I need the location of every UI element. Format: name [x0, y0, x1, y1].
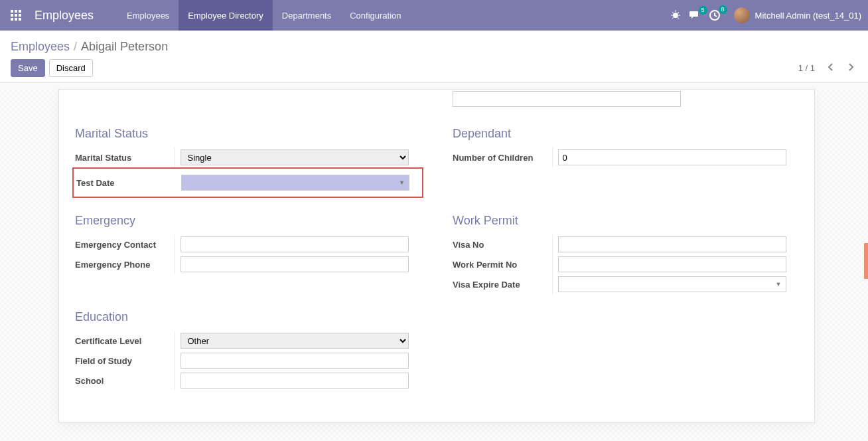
- breadcrumb-sep: /: [74, 40, 77, 54]
- svg-rect-1: [15, 10, 17, 13]
- breadcrumb-root[interactable]: Employees: [11, 40, 70, 54]
- svg-line-15: [672, 17, 674, 19]
- nav-employees[interactable]: Employees: [117, 0, 179, 31]
- debug-icon[interactable]: [670, 10, 681, 21]
- svg-line-16: [678, 17, 679, 19]
- svg-rect-5: [19, 14, 21, 17]
- svg-line-11: [672, 12, 674, 13]
- discard-button[interactable]: Discard: [49, 59, 93, 77]
- svg-rect-3: [11, 14, 13, 17]
- pager-prev-icon[interactable]: [824, 61, 836, 75]
- nav-employee-directory[interactable]: Employee Directory: [179, 0, 272, 31]
- discuss-icon[interactable]: 5: [689, 10, 701, 21]
- pager-count[interactable]: 1 / 1: [798, 63, 815, 73]
- svg-line-12: [678, 12, 679, 13]
- activities-badge: 8: [719, 5, 727, 14]
- discuss-badge: 5: [699, 6, 707, 15]
- svg-rect-7: [15, 18, 17, 21]
- control-panel: Employees / Abigail Peterson Save Discar…: [0, 31, 868, 83]
- user-menu[interactable]: Mitchell Admin (test_14_01): [734, 7, 861, 23]
- svg-rect-4: [15, 14, 17, 17]
- main-navbar: Employees Employees Employee Directory D…: [0, 0, 868, 31]
- brand-title[interactable]: Employees: [35, 9, 94, 23]
- save-button[interactable]: Save: [11, 59, 45, 77]
- svg-point-9: [673, 13, 678, 18]
- svg-rect-6: [11, 18, 13, 21]
- activities-icon[interactable]: 8: [709, 9, 721, 21]
- svg-rect-8: [19, 18, 21, 21]
- apps-icon[interactable]: [7, 6, 25, 25]
- breadcrumb-current: Abigail Peterson: [81, 40, 168, 54]
- nav-configuration[interactable]: Configuration: [340, 0, 410, 31]
- nav-departments[interactable]: Departments: [273, 0, 340, 31]
- avatar: [734, 7, 750, 23]
- pager-next-icon[interactable]: [845, 61, 857, 75]
- nav-menu: Employees Employee Directory Departments…: [117, 0, 411, 31]
- svg-rect-2: [19, 10, 21, 13]
- breadcrumb: Employees / Abigail Peterson: [11, 40, 857, 54]
- username: Mitchell Admin (test_14_01): [755, 11, 861, 21]
- svg-rect-0: [11, 10, 13, 13]
